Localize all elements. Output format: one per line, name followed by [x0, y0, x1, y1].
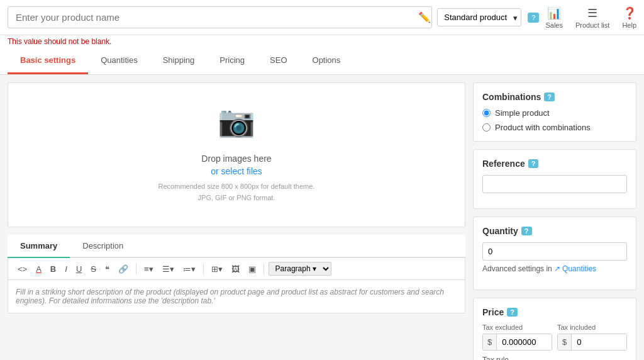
- svg-text:📷: 📷: [218, 106, 255, 139]
- error-message: This value should not be blank.: [0, 35, 644, 48]
- toolbar-underline-btn[interactable]: U: [73, 263, 85, 275]
- toolbar-divider-3: [264, 263, 264, 274]
- combinations-title: Combinations ?: [482, 92, 627, 102]
- price-help-badge[interactable]: ?: [507, 308, 518, 317]
- toolbar-table-btn[interactable]: ⊞▾: [208, 263, 226, 275]
- product-list-action[interactable]: ☰ Product list: [575, 6, 609, 29]
- toolbar-strikethrough-btn[interactable]: S: [87, 263, 99, 275]
- tax-excluded-input[interactable]: [497, 334, 552, 350]
- advanced-settings-text: Advanced settings in ↗ Quantities: [482, 264, 627, 273]
- reference-title: Reference ?: [482, 159, 627, 169]
- editor-tab-description[interactable]: Description: [70, 235, 136, 258]
- external-link-icon: ↗: [554, 264, 560, 273]
- tab-basic-settings[interactable]: Basic settings: [8, 48, 88, 74]
- sales-label: Sales: [545, 21, 563, 29]
- product-type-wrapper: Standard product: [437, 8, 521, 26]
- editor-content[interactable]: Fill in a striking short description of …: [8, 280, 465, 313]
- camera-icon: 📷: [218, 106, 255, 147]
- editor-toolbar: <> A B I U S ❝ 🔗 ≡▾ ☰▾ ≔▾ ⊞▾ 🖼 ▣ Paragra…: [8, 258, 465, 280]
- sales-icon: 📊: [547, 6, 561, 20]
- toolbar-divider-1: [136, 263, 136, 274]
- tab-quantities[interactable]: Quantities: [88, 48, 150, 74]
- left-panel: 📷 Drop images here or select files Recom…: [8, 82, 465, 360]
- product-combinations-radio[interactable]: [482, 123, 491, 132]
- right-panel: Combinations ? Simple product Product wi…: [473, 82, 636, 360]
- help-action[interactable]: ❓ Help: [622, 6, 636, 29]
- toolbar-image-btn[interactable]: 🖼: [228, 263, 243, 275]
- tabs-bar: Basic settings Quantities Shipping Prici…: [0, 48, 644, 75]
- toolbar-font-color-btn[interactable]: A: [33, 263, 45, 275]
- simple-product-radio[interactable]: [482, 109, 491, 117]
- combinations-section: Combinations ? Simple product Product wi…: [473, 82, 636, 142]
- product-type-help-badge[interactable]: ?: [528, 13, 539, 23]
- product-name-input[interactable]: [8, 6, 432, 28]
- toolbar-quote-btn[interactable]: ❝: [102, 263, 113, 275]
- toolbar-divider-2: [203, 263, 204, 274]
- tax-rule-label: Tax rule: [482, 356, 627, 360]
- tax-included-currency: $: [558, 334, 572, 350]
- product-combinations-label: Product with combinations: [495, 123, 591, 132]
- image-drop-area[interactable]: 📷 Drop images here or select files Recom…: [8, 82, 465, 227]
- select-files-link[interactable]: or select files: [211, 166, 262, 176]
- toolbar-italic-btn[interactable]: I: [62, 263, 70, 275]
- quantity-title: Quantity ?: [482, 226, 627, 236]
- toolbar-link-btn[interactable]: 🔗: [115, 263, 131, 275]
- product-list-icon: ☰: [587, 6, 597, 20]
- help-label: Help: [622, 21, 636, 29]
- reference-help-badge[interactable]: ?: [528, 159, 539, 168]
- tax-excluded-currency: $: [483, 334, 497, 350]
- reference-input[interactable]: [482, 175, 627, 193]
- toolbar-align-btn[interactable]: ≡▾: [141, 263, 157, 275]
- main-content: 📷 Drop images here or select files Recom…: [0, 75, 644, 360]
- tab-shipping[interactable]: Shipping: [150, 48, 208, 74]
- editor-placeholder: Fill in a striking short description of …: [16, 288, 444, 305]
- price-title: Price ?: [482, 307, 627, 317]
- toolbar-list-btn[interactable]: ☰▾: [159, 263, 177, 275]
- image-hint: Recommended size 800 x 800px for default…: [158, 181, 315, 203]
- toolbar-embed-btn[interactable]: ▣: [245, 263, 259, 275]
- quantity-input[interactable]: [482, 242, 627, 261]
- quantity-section: Quantity ? Advanced settings in ↗ Quanti…: [473, 217, 636, 290]
- product-with-combinations-option[interactable]: Product with combinations: [482, 123, 627, 132]
- edit-icon[interactable]: ✏️: [418, 11, 431, 23]
- tax-excluded-group: Tax excluded $: [482, 323, 552, 351]
- quantity-help-badge[interactable]: ?: [521, 227, 532, 235]
- tax-excluded-label: Tax excluded: [482, 323, 552, 331]
- tax-included-label: Tax included: [557, 323, 627, 331]
- help-icon: ❓: [623, 6, 636, 20]
- quantities-link[interactable]: ↗ Quantities: [554, 264, 596, 273]
- tab-pricing[interactable]: Pricing: [207, 48, 257, 74]
- tax-included-input-wrapper: $: [557, 334, 627, 351]
- top-actions: 📊 Sales ☰ Product list ❓ Help: [545, 6, 636, 29]
- toolbar-paragraph-select[interactable]: Paragraph ▾: [269, 262, 331, 276]
- sales-action[interactable]: 📊 Sales: [545, 6, 563, 29]
- price-section: Price ? Tax excluded $ Tax included $: [473, 298, 636, 360]
- toolbar-ordered-list-btn[interactable]: ≔▾: [180, 263, 199, 275]
- toolbar-bold-btn[interactable]: B: [47, 263, 59, 275]
- simple-product-label: Simple product: [495, 108, 550, 118]
- simple-product-option[interactable]: Simple product: [482, 108, 627, 118]
- toolbar-code-btn[interactable]: <>: [14, 263, 30, 275]
- price-row: Tax excluded $ Tax included $: [482, 323, 627, 351]
- tab-seo[interactable]: SEO: [257, 48, 299, 74]
- top-bar: ✏️ Standard product ? 📊 Sales ☰ Product …: [0, 0, 644, 35]
- drop-text: Drop images here: [201, 154, 271, 164]
- combinations-radio-group: Simple product Product with combinations: [482, 108, 627, 132]
- tab-options[interactable]: Options: [300, 48, 353, 74]
- combinations-help-badge[interactable]: ?: [544, 93, 555, 101]
- product-list-label: Product list: [575, 21, 609, 29]
- editor-tab-summary[interactable]: Summary: [8, 235, 70, 258]
- tax-excluded-input-wrapper: $: [482, 334, 552, 351]
- tax-included-group: Tax included $: [557, 323, 627, 351]
- reference-section: Reference ?: [473, 149, 636, 209]
- tax-included-input[interactable]: [572, 334, 626, 350]
- product-type-select[interactable]: Standard product: [437, 8, 521, 26]
- editor-tabs-bar: Summary Description: [8, 235, 465, 258]
